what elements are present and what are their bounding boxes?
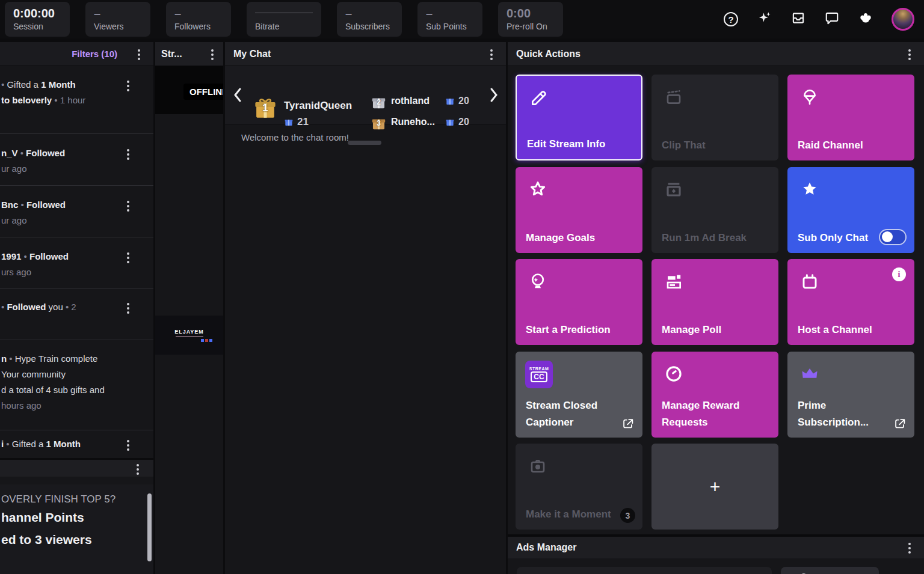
resize-handle[interactable] [348,141,381,145]
feed-item-kebab-icon[interactable] [127,303,129,305]
feed-bullet: • [1,79,7,90]
snooze-ads-button[interactable]: Snooze 0/2 [781,567,879,574]
subscribers-value: – [345,6,393,20]
feed-item-followed-you[interactable]: • Followed you • 2 [1,299,135,315]
info-icon[interactable]: i [892,267,906,281]
drops-cloud-button[interactable] [858,11,873,27]
inbox-button[interactable] [790,11,806,27]
sub-only-chat-tile[interactable]: Sub Only Chat [787,167,914,253]
stream-closed-captioner-tile[interactable]: STREAM CC Stream Closed Captioner [516,352,642,438]
add-quick-action-tile[interactable]: + [651,444,778,530]
leader-count: 20 [445,96,469,106]
raid-channel-tile[interactable]: Raid Channel [787,75,914,160]
feed-item-gift-1[interactable]: • Gifted a 1 Month to beloverly • 1 hour [1,77,135,108]
filters-link[interactable]: Filters (10) [72,49,117,59]
subpanel-kebab-icon[interactable] [137,464,139,466]
tile-label: Host a Channel [798,322,907,338]
sparkle-button[interactable] [757,11,772,27]
raid-icon [800,87,819,106]
start-prediction-tile[interactable]: Start a Prediction [516,259,642,345]
manage-reward-requests-tile[interactable]: Manage Reward Requests [651,352,778,438]
stat-followers[interactable]: – Followers [166,2,231,37]
stat-subscribers[interactable]: – Subscribers [337,2,402,37]
tv-icon [800,272,819,291]
subscribers-label: Subscribers [345,21,393,32]
stat-bitrate[interactable]: Bitrate [247,2,321,37]
leader-name[interactable]: rothland [391,96,430,106]
session-value: 0:00:00 [13,6,61,20]
gift-count: 21 [297,116,309,128]
activity-feed-list: • Gifted a 1 Month to beloverly • 1 hour… [0,66,153,574]
tile-label: Manage Goals [526,230,635,246]
gift-leaderboard: 1 TyranidQueen 21 2 rothland 20 3 Runeho… [225,66,506,124]
manage-goals-tile[interactable]: Manage Goals [516,167,642,253]
manage-poll-tile[interactable]: Manage Poll [651,259,778,345]
stat-sub-points[interactable]: – Sub Points [417,2,482,37]
chevron-left-icon[interactable] [232,87,243,103]
prime-subscription-tile[interactable]: Prime Subscription... [787,352,914,438]
external-link-icon [621,417,635,430]
rank-number: 3 [371,115,387,132]
leader-name[interactable]: TyranidQueen [284,100,352,112]
sub-points-label: Sub Points [426,21,474,32]
feed-bold: 1 Month [46,439,81,449]
chat-kebab-icon[interactable] [490,49,493,52]
feed-bold: Followed [29,251,69,261]
feed-bold: Followed [26,200,66,210]
chat-header: My Chat [225,42,506,66]
crown-icon [800,364,819,383]
cc-logo-top-text: STREAM [529,367,549,371]
feed-time: urs ago [1,267,31,277]
feed-item-hype-train[interactable]: n • Hype Train complete Your community d… [1,351,135,414]
feed-count: • 2 [63,302,76,312]
feed-name: n [1,353,7,364]
feed-text: you [46,302,63,312]
tile-label: Stream Closed Captioner [526,397,615,430]
gift-blue-icon [445,96,455,106]
chat-bubble-icon [824,10,840,28]
feed-item-follow-2[interactable]: Bnc • Followed ur ago [1,197,135,228]
reward-queue-card[interactable]: OVERLY FINISH TOP 5? hannel Points ed to… [0,484,153,574]
feed-item-follow-3[interactable]: 1991 • Followed urs ago [1,249,135,280]
chevron-right-icon[interactable] [488,87,499,103]
feed-item-kebab-icon[interactable] [127,81,129,83]
feed-item-follow-1[interactable]: n_V • Followed ur ago [1,145,135,177]
followers-label: Followers [174,21,223,32]
ads-schedule-status: No ads scheduled [517,567,772,574]
feed-item-kebab-icon[interactable] [127,149,129,151]
stat-viewers[interactable]: – Viewers [85,2,150,37]
feed-item-kebab-icon[interactable] [127,252,129,255]
quick-actions-kebab-icon[interactable] [908,49,911,52]
feed-item-kebab-icon[interactable] [127,440,129,442]
sparkle-icon [757,10,772,28]
help-button[interactable]: ? [723,11,739,27]
tile-label: Manage Poll [662,322,771,338]
host-channel-tile[interactable]: i Host a Channel [787,259,914,345]
activity-kebab-icon[interactable] [138,49,140,52]
leader-name[interactable]: Runeho... [391,117,435,127]
help-icon: ? [724,12,738,26]
preroll-value: 0:00 [507,6,555,20]
stat-preroll[interactable]: 0:00 Pre-roll On [498,2,563,37]
inbox-icon [790,10,806,28]
feed-text: d a total of 4 sub gifts and [1,385,105,395]
feed-item-gift-2[interactable]: i • Gifted a 1 Month [1,436,135,452]
feed-subpanel-header [0,458,153,477]
sub-only-chat-toggle[interactable] [879,229,907,245]
preview-kebab-icon[interactable] [211,49,214,52]
gift-blue-icon [284,117,294,127]
scrollbar[interactable] [147,493,152,561]
star-filled-icon [800,180,819,199]
thumbnail-logo: ELJAYEM [174,329,204,335]
bitrate-label: Bitrate [255,21,313,32]
ads-manager-kebab-icon[interactable] [908,543,911,545]
edit-stream-info-tile[interactable]: Edit Stream Info [516,75,642,160]
leader-count: 21 [284,116,309,128]
whispers-bubble-button[interactable] [824,11,840,27]
avatar[interactable] [892,8,914,31]
cloud-icon [858,10,873,28]
feed-item-kebab-icon[interactable] [127,201,129,203]
chat-title: My Chat [233,49,271,60]
stat-session[interactable]: 0:00:00 Session [5,2,70,37]
thumbnail-subtitle-bar [176,336,203,337]
